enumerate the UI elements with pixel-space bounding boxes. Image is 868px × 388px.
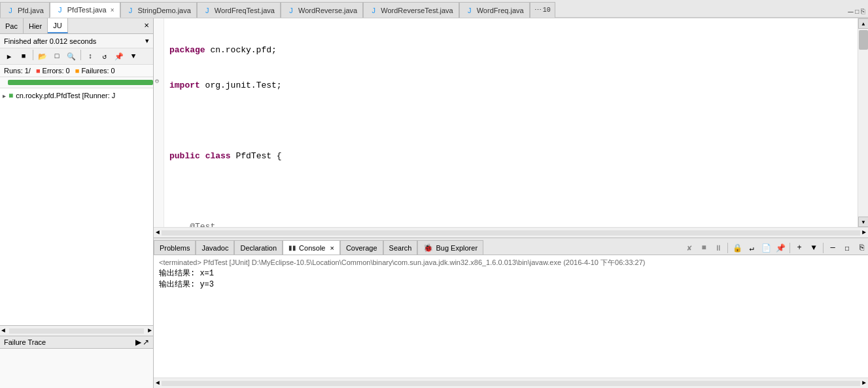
- tree-expand-icon[interactable]: ▸: [3, 92, 6, 99]
- progress-bar-container: [0, 77, 153, 88]
- bottom-panel: Problems Javadoc Declaration ▮▮ Console …: [154, 238, 868, 388]
- history-btn[interactable]: 📂: [36, 50, 49, 63]
- scroll-thumb[interactable]: [859, 30, 868, 50]
- tab-pfdtest[interactable]: J PfdTest.java ×: [50, 2, 120, 18]
- tab-wordreverse[interactable]: J WordReverse.java: [281, 2, 363, 18]
- pause-console-btn[interactable]: ⏸: [712, 241, 725, 255]
- bottom-hscroll-left[interactable]: ◄: [154, 379, 162, 387]
- code-line-5: [169, 186, 852, 198]
- stop-btn[interactable]: ■: [17, 50, 30, 63]
- scroll-right-btn[interactable]: ►: [147, 327, 153, 334]
- tab-stringdemo-label: StringDemo.java: [138, 7, 191, 14]
- minimize-panel-btn[interactable]: —: [826, 241, 839, 255]
- failure-expand-btn[interactable]: ↗: [143, 338, 149, 347]
- restore-icon[interactable]: ⎘: [861, 8, 865, 16]
- tab-spacer: [555, 17, 846, 18]
- maximize-icon[interactable]: ☐: [855, 7, 859, 16]
- clear-console-btn[interactable]: ✘: [683, 241, 696, 255]
- hscroll-right[interactable]: ►: [860, 229, 868, 236]
- pac-tab-label: Pac: [5, 22, 18, 30]
- new-console-btn[interactable]: +: [793, 241, 806, 255]
- open-file-btn[interactable]: 📄: [759, 241, 773, 255]
- console-output-1: 输出结果: x=1: [159, 268, 863, 279]
- left-panel-close[interactable]: ×: [140, 18, 153, 33]
- fold-icon[interactable]: ⊖: [155, 77, 159, 85]
- tab-bugexplorer[interactable]: 🐞 Bug Explorer: [417, 240, 483, 255]
- code-editor[interactable]: package cn.rocky.pfd; import org.junit.T…: [164, 18, 858, 227]
- ju-tab-label: JU: [53, 22, 61, 29]
- minimize-icon[interactable]: ‒: [848, 6, 853, 17]
- expand-btn[interactable]: ↺: [98, 50, 111, 63]
- pin-console-btn[interactable]: 📌: [774, 241, 787, 255]
- failures-icon: ■: [75, 67, 80, 75]
- restore-panel-btn[interactable]: ⎘: [855, 241, 868, 255]
- errors-icon: ■: [36, 67, 41, 75]
- tab-problems[interactable]: Problems: [154, 240, 196, 255]
- tab-wordfreq-label: WordFreq.java: [477, 7, 524, 14]
- tab-pfd-label: Pfd.java: [18, 7, 44, 14]
- filter-btn[interactable]: □: [50, 50, 63, 63]
- tab-pfd[interactable]: J Pfd.java: [0, 2, 50, 18]
- console-tab-close[interactable]: ×: [330, 244, 334, 252]
- stop-console-btn[interactable]: ■: [697, 241, 710, 255]
- java-file-icon-3: J: [126, 6, 135, 15]
- word-wrap-btn[interactable]: ↵: [745, 241, 758, 255]
- test-class-icon: ■: [9, 91, 13, 100]
- test-tree[interactable]: ▸ ■ cn.rocky.pfd.PfdTest [Runner: J: [0, 88, 153, 325]
- console-terminated-line: <terminated> PfdTest [JUnit] D:\MyEclips…: [159, 258, 863, 268]
- java-file-icon-5: J: [286, 6, 296, 15]
- bottom-panel-toolbar: ✘ ■ ⏸ 🔒 ↵ 📄 📌 + ▼ — ☐ ⎘: [683, 241, 868, 255]
- bugexplorer-tab-label: Bug Explorer: [436, 244, 477, 252]
- collapse-btn[interactable]: ↕: [84, 50, 97, 63]
- horizontal-scrollbar[interactable]: ◄ ►: [0, 325, 153, 336]
- editor-hscroll[interactable]: ◄ ►: [154, 227, 868, 238]
- bottom-hscroll[interactable]: ◄ ►: [154, 378, 868, 388]
- tab-search[interactable]: Search: [383, 240, 418, 255]
- failure-trace-panel: Failure Trace ▶ ↗: [0, 336, 153, 388]
- console-sep2: [790, 243, 790, 253]
- hscroll-left[interactable]: ◄: [154, 229, 162, 236]
- bottom-hscroll-right[interactable]: ►: [860, 379, 868, 387]
- console-settings-btn[interactable]: ▼: [807, 241, 820, 255]
- junit-chevron-down[interactable]: ▾: [145, 37, 149, 45]
- tab-coverage[interactable]: Coverage: [340, 240, 383, 255]
- scroll-track-v[interactable]: [858, 29, 868, 217]
- bugexplorer-tab-icon: 🐞: [423, 243, 433, 253]
- maximize-panel-btn[interactable]: ☐: [841, 241, 854, 255]
- errors-value: 0: [66, 67, 70, 75]
- failure-copy-btn[interactable]: ▶: [135, 338, 141, 347]
- tab-javadoc[interactable]: Javadoc: [196, 240, 234, 255]
- scroll-down-btn[interactable]: ▼: [858, 217, 868, 227]
- tab-stringdemo[interactable]: J StringDemo.java: [120, 2, 197, 18]
- window-controls: ‒ ☐ ⎘: [845, 6, 868, 18]
- pin-btn[interactable]: 📌: [113, 50, 126, 63]
- problems-tab-label: Problems: [160, 244, 190, 252]
- bottom-hscroll-track[interactable]: [162, 381, 860, 386]
- scroll-lock-btn[interactable]: 🔒: [731, 241, 744, 255]
- tab-wordfreqtest[interactable]: J WordFreqTest.java: [197, 2, 281, 18]
- scroll-left-btn[interactable]: ◄: [0, 327, 7, 334]
- tab-overflow-btn[interactable]: ⋯ 10: [530, 2, 555, 18]
- left-panel: Pac Hier JU × Finished after 0.012 secon…: [0, 18, 154, 388]
- tab-spacer-left: [68, 18, 141, 33]
- bottom-tabs: Problems Javadoc Declaration ▮▮ Console …: [154, 238, 868, 255]
- scroll-up-btn[interactable]: ▲: [858, 18, 868, 29]
- test-tree-item[interactable]: ▸ ■ cn.rocky.pfd.PfdTest [Runner: J: [0, 90, 153, 101]
- scroll-track[interactable]: [9, 328, 144, 334]
- view-menu-btn[interactable]: ▼: [127, 50, 140, 63]
- search-btn[interactable]: 🔍: [65, 50, 78, 63]
- rerun-btn[interactable]: ▶: [3, 50, 16, 63]
- tab-console[interactable]: ▮▮ Console ×: [283, 240, 340, 255]
- tab-pfdtest-close[interactable]: ×: [111, 7, 114, 14]
- tab-wordreverse2[interactable]: J WordReverseTest.java: [363, 2, 459, 18]
- sidebar-tab-hier[interactable]: Hier: [24, 18, 48, 33]
- hscroll-track[interactable]: [162, 230, 860, 236]
- tab-wordfreq[interactable]: J WordFreq.java: [459, 2, 530, 18]
- tab-declaration[interactable]: Declaration: [234, 240, 283, 255]
- tab-wordreverse2-label: WordReverseTest.java: [381, 7, 453, 14]
- editor-scrollbar[interactable]: ▲ ▼: [858, 18, 868, 227]
- java-file-icon-2: J: [56, 5, 65, 14]
- sidebar-tab-pac[interactable]: Pac: [0, 18, 24, 33]
- sidebar-tab-ju[interactable]: JU: [48, 18, 67, 33]
- junit-toolbar: ▶ ■ 📂 □ 🔍 ↕ ↺ 📌 ▼: [0, 48, 153, 65]
